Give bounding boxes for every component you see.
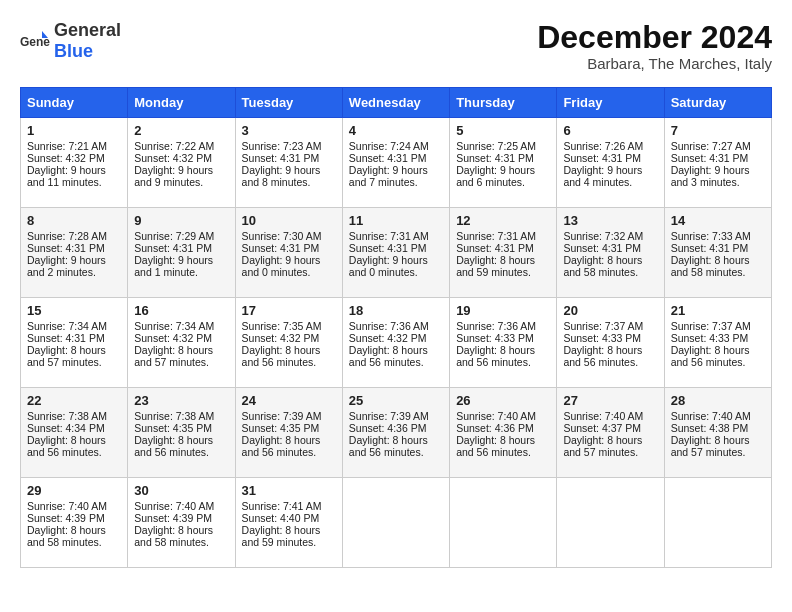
calendar-cell: 26Sunrise: 7:40 AMSunset: 4:36 PMDayligh…	[450, 388, 557, 478]
sunrise-text: Sunrise: 7:21 AM	[27, 140, 107, 152]
calendar-week-row: 29Sunrise: 7:40 AMSunset: 4:39 PMDayligh…	[21, 478, 772, 568]
sunrise-text: Sunrise: 7:25 AM	[456, 140, 536, 152]
daylight-text: Daylight: 8 hours and 58 minutes.	[27, 524, 106, 548]
sunset-text: Sunset: 4:31 PM	[456, 152, 534, 164]
column-header-wednesday: Wednesday	[342, 88, 449, 118]
column-header-tuesday: Tuesday	[235, 88, 342, 118]
day-number: 14	[671, 213, 765, 228]
calendar-cell: 23Sunrise: 7:38 AMSunset: 4:35 PMDayligh…	[128, 388, 235, 478]
calendar-cell: 30Sunrise: 7:40 AMSunset: 4:39 PMDayligh…	[128, 478, 235, 568]
calendar-cell	[450, 478, 557, 568]
calendar-week-row: 1Sunrise: 7:21 AMSunset: 4:32 PMDaylight…	[21, 118, 772, 208]
sunrise-text: Sunrise: 7:40 AM	[134, 500, 214, 512]
sunset-text: Sunset: 4:39 PM	[134, 512, 212, 524]
calendar-cell: 3Sunrise: 7:23 AMSunset: 4:31 PMDaylight…	[235, 118, 342, 208]
logo-blue-text: Blue	[54, 41, 93, 61]
column-header-thursday: Thursday	[450, 88, 557, 118]
sunrise-text: Sunrise: 7:35 AM	[242, 320, 322, 332]
daylight-text: Daylight: 8 hours and 56 minutes.	[563, 344, 642, 368]
daylight-text: Daylight: 9 hours and 1 minute.	[134, 254, 213, 278]
sunset-text: Sunset: 4:31 PM	[134, 242, 212, 254]
logo: General General Blue	[20, 20, 121, 62]
calendar-cell: 10Sunrise: 7:30 AMSunset: 4:31 PMDayligh…	[235, 208, 342, 298]
sunrise-text: Sunrise: 7:26 AM	[563, 140, 643, 152]
daylight-text: Daylight: 9 hours and 0 minutes.	[242, 254, 321, 278]
sunset-text: Sunset: 4:31 PM	[242, 152, 320, 164]
day-number: 19	[456, 303, 550, 318]
sunset-text: Sunset: 4:32 PM	[349, 332, 427, 344]
day-number: 30	[134, 483, 228, 498]
calendar-cell	[342, 478, 449, 568]
daylight-text: Daylight: 8 hours and 59 minutes.	[456, 254, 535, 278]
sunset-text: Sunset: 4:33 PM	[563, 332, 641, 344]
column-header-friday: Friday	[557, 88, 664, 118]
sunrise-text: Sunrise: 7:36 AM	[456, 320, 536, 332]
daylight-text: Daylight: 8 hours and 56 minutes.	[134, 434, 213, 458]
sunset-text: Sunset: 4:32 PM	[134, 332, 212, 344]
calendar-table: SundayMondayTuesdayWednesdayThursdayFrid…	[20, 87, 772, 568]
logo-icon: General	[20, 26, 50, 56]
day-number: 15	[27, 303, 121, 318]
sunset-text: Sunset: 4:35 PM	[134, 422, 212, 434]
sunset-text: Sunset: 4:33 PM	[671, 332, 749, 344]
daylight-text: Daylight: 9 hours and 2 minutes.	[27, 254, 106, 278]
sunset-text: Sunset: 4:40 PM	[242, 512, 320, 524]
sunrise-text: Sunrise: 7:39 AM	[349, 410, 429, 422]
day-number: 29	[27, 483, 121, 498]
day-number: 21	[671, 303, 765, 318]
column-header-sunday: Sunday	[21, 88, 128, 118]
column-header-monday: Monday	[128, 88, 235, 118]
day-number: 27	[563, 393, 657, 408]
daylight-text: Daylight: 8 hours and 56 minutes.	[456, 434, 535, 458]
daylight-text: Daylight: 9 hours and 8 minutes.	[242, 164, 321, 188]
day-number: 28	[671, 393, 765, 408]
sunrise-text: Sunrise: 7:37 AM	[563, 320, 643, 332]
daylight-text: Daylight: 8 hours and 57 minutes.	[134, 344, 213, 368]
day-number: 1	[27, 123, 121, 138]
sunrise-text: Sunrise: 7:40 AM	[671, 410, 751, 422]
calendar-cell: 25Sunrise: 7:39 AMSunset: 4:36 PMDayligh…	[342, 388, 449, 478]
sunset-text: Sunset: 4:31 PM	[27, 332, 105, 344]
calendar-cell: 8Sunrise: 7:28 AMSunset: 4:31 PMDaylight…	[21, 208, 128, 298]
calendar-cell: 4Sunrise: 7:24 AMSunset: 4:31 PMDaylight…	[342, 118, 449, 208]
calendar-cell: 11Sunrise: 7:31 AMSunset: 4:31 PMDayligh…	[342, 208, 449, 298]
sunrise-text: Sunrise: 7:36 AM	[349, 320, 429, 332]
calendar-cell	[664, 478, 771, 568]
sunrise-text: Sunrise: 7:23 AM	[242, 140, 322, 152]
daylight-text: Daylight: 9 hours and 6 minutes.	[456, 164, 535, 188]
day-number: 12	[456, 213, 550, 228]
calendar-week-row: 15Sunrise: 7:34 AMSunset: 4:31 PMDayligh…	[21, 298, 772, 388]
sunset-text: Sunset: 4:31 PM	[563, 152, 641, 164]
calendar-cell: 13Sunrise: 7:32 AMSunset: 4:31 PMDayligh…	[557, 208, 664, 298]
month-year-title: December 2024	[537, 20, 772, 55]
day-number: 3	[242, 123, 336, 138]
calendar-cell: 27Sunrise: 7:40 AMSunset: 4:37 PMDayligh…	[557, 388, 664, 478]
sunrise-text: Sunrise: 7:32 AM	[563, 230, 643, 242]
calendar-cell: 31Sunrise: 7:41 AMSunset: 4:40 PMDayligh…	[235, 478, 342, 568]
calendar-header-row: SundayMondayTuesdayWednesdayThursdayFrid…	[21, 88, 772, 118]
sunset-text: Sunset: 4:32 PM	[134, 152, 212, 164]
sunset-text: Sunset: 4:37 PM	[563, 422, 641, 434]
sunset-text: Sunset: 4:39 PM	[27, 512, 105, 524]
daylight-text: Daylight: 8 hours and 57 minutes.	[671, 434, 750, 458]
calendar-cell: 17Sunrise: 7:35 AMSunset: 4:32 PMDayligh…	[235, 298, 342, 388]
location-text: Barbara, The Marches, Italy	[537, 55, 772, 72]
day-number: 13	[563, 213, 657, 228]
sunset-text: Sunset: 4:31 PM	[349, 242, 427, 254]
calendar-cell: 18Sunrise: 7:36 AMSunset: 4:32 PMDayligh…	[342, 298, 449, 388]
calendar-cell: 15Sunrise: 7:34 AMSunset: 4:31 PMDayligh…	[21, 298, 128, 388]
daylight-text: Daylight: 8 hours and 56 minutes.	[349, 344, 428, 368]
sunset-text: Sunset: 4:36 PM	[349, 422, 427, 434]
day-number: 7	[671, 123, 765, 138]
sunset-text: Sunset: 4:31 PM	[27, 242, 105, 254]
daylight-text: Daylight: 9 hours and 4 minutes.	[563, 164, 642, 188]
daylight-text: Daylight: 8 hours and 57 minutes.	[27, 344, 106, 368]
sunrise-text: Sunrise: 7:40 AM	[563, 410, 643, 422]
daylight-text: Daylight: 8 hours and 56 minutes.	[242, 344, 321, 368]
logo-general-text: General	[54, 20, 121, 40]
calendar-week-row: 8Sunrise: 7:28 AMSunset: 4:31 PMDaylight…	[21, 208, 772, 298]
sunrise-text: Sunrise: 7:28 AM	[27, 230, 107, 242]
column-header-saturday: Saturday	[664, 88, 771, 118]
day-number: 18	[349, 303, 443, 318]
sunset-text: Sunset: 4:35 PM	[242, 422, 320, 434]
